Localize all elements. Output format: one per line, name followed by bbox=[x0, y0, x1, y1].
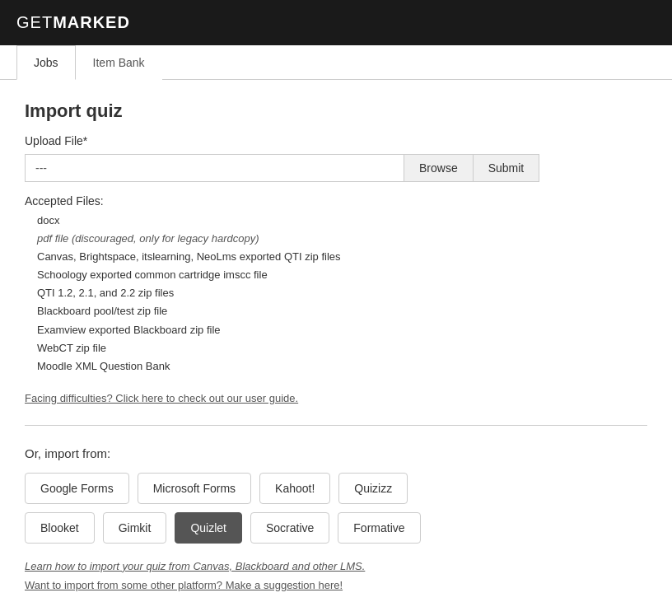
import-buttons-row2: Blooket Gimkit Quizlet Socrative Formati… bbox=[25, 512, 647, 544]
suggestion-link[interactable]: Want to import from some other platform?… bbox=[25, 579, 647, 591]
import-btn-formative[interactable]: Formative bbox=[338, 512, 420, 544]
accepted-files-title: Accepted Files: bbox=[25, 194, 647, 208]
import-btn-socrative[interactable]: Socrative bbox=[250, 512, 329, 544]
import-buttons-row1: Google Forms Microsoft Forms Kahoot! Qui… bbox=[25, 473, 647, 504]
header: GETMARKED bbox=[0, 0, 672, 45]
import-btn-gimkit[interactable]: Gimkit bbox=[103, 512, 167, 544]
import-from-label: Or, import from: bbox=[25, 446, 647, 460]
tab-jobs[interactable]: Jobs bbox=[16, 45, 76, 80]
import-btn-quizlet[interactable]: Quizlet bbox=[175, 512, 242, 544]
list-item: WebCT zip file bbox=[37, 339, 647, 357]
submit-button[interactable]: Submit bbox=[474, 154, 540, 182]
list-item: Examview exported Blackboard zip file bbox=[37, 321, 647, 339]
tab-item-bank[interactable]: Item Bank bbox=[76, 45, 162, 80]
file-input-row: --- Browse Submit bbox=[25, 154, 647, 182]
list-item: pdf file (discouraged, only for legacy h… bbox=[37, 230, 647, 248]
accepted-files-section: Accepted Files: docx pdf file (discourag… bbox=[25, 194, 647, 376]
import-btn-kahoot[interactable]: Kahoot! bbox=[259, 473, 330, 504]
list-item: Canvas, Brightspace, itslearning, NeoLms… bbox=[37, 248, 647, 266]
canvas-import-link[interactable]: Learn how to import your quiz from Canva… bbox=[25, 560, 647, 572]
user-guide-link[interactable]: Facing difficulties? Click here to check… bbox=[25, 392, 647, 404]
divider bbox=[25, 425, 647, 426]
import-btn-blooket[interactable]: Blooket bbox=[25, 512, 95, 544]
file-text-display: --- bbox=[25, 154, 404, 182]
logo-get: GET bbox=[16, 13, 53, 31]
logo-marked: MARKED bbox=[53, 13, 130, 31]
page-title: Import quiz bbox=[25, 100, 647, 122]
list-item: QTI 1.2, 2.1, and 2.2 zip files bbox=[37, 284, 647, 302]
list-item: Blackboard pool/test zip file bbox=[37, 302, 647, 320]
import-btn-google-forms[interactable]: Google Forms bbox=[25, 473, 129, 504]
list-item: Schoology exported common cartridge imsc… bbox=[37, 266, 647, 284]
browse-button[interactable]: Browse bbox=[404, 154, 474, 182]
logo: GETMARKED bbox=[16, 13, 130, 32]
import-btn-microsoft-forms[interactable]: Microsoft Forms bbox=[138, 473, 251, 504]
main-content: Import quiz Upload File* --- Browse Subm… bbox=[0, 80, 672, 612]
upload-label: Upload File* bbox=[25, 134, 647, 147]
list-item: Moodle XML Question Bank bbox=[37, 357, 647, 376]
list-item: docx bbox=[37, 212, 647, 230]
accepted-files-list: docx pdf file (discouraged, only for leg… bbox=[25, 212, 647, 376]
tabs-bar: Jobs Item Bank bbox=[0, 45, 672, 80]
import-btn-quizizz[interactable]: Quizizz bbox=[338, 473, 408, 504]
